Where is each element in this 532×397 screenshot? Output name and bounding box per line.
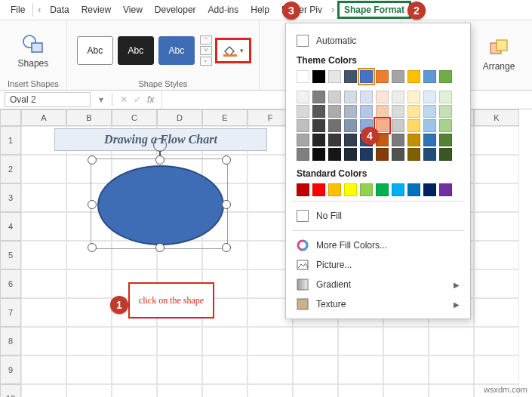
color-swatch[interactable] [297,70,309,83]
cell[interactable] [157,355,202,384]
cell[interactable] [112,384,157,397]
color-swatch[interactable] [312,119,325,132]
arrange-button[interactable]: Arrange [477,38,521,72]
cell[interactable] [474,183,519,212]
oval-shape[interactable] [97,165,224,245]
texture-fill-option[interactable]: Texture ▶ [297,294,460,314]
row-header[interactable]: 2 [0,155,21,183]
color-swatch[interactable] [439,91,452,103]
row-header[interactable]: 5 [0,241,21,269]
color-swatch[interactable] [423,91,436,103]
tab-developer[interactable]: Developer [149,2,202,18]
tab-help[interactable]: Help [244,2,275,18]
cell[interactable] [21,212,66,241]
color-swatch[interactable] [423,148,436,161]
cell[interactable] [429,384,474,397]
color-swatch[interactable] [360,91,373,103]
color-swatch[interactable] [392,105,404,118]
cell[interactable] [293,327,338,355]
color-swatch[interactable] [328,148,341,161]
color-swatch[interactable] [312,148,325,161]
color-swatch[interactable] [376,183,389,196]
gradient-fill-option[interactable]: Gradient ▶ [297,275,460,294]
color-swatch[interactable] [376,105,389,118]
cell[interactable] [112,355,157,384]
color-swatch[interactable] [312,105,325,118]
color-swatch[interactable] [392,183,404,196]
color-swatch[interactable] [392,134,404,146]
style-preset-1[interactable]: Abc [77,36,113,65]
color-swatch[interactable] [344,105,357,118]
color-swatch[interactable] [392,70,404,83]
cell[interactable] [474,298,519,327]
column-header[interactable]: A [21,109,66,126]
cell[interactable] [202,327,248,355]
cell[interactable] [21,269,66,298]
cell[interactable] [293,384,338,397]
color-swatch[interactable] [328,105,341,118]
style-preset-3[interactable]: Abc [158,36,195,65]
color-swatch[interactable] [407,148,420,161]
cell[interactable] [21,327,66,355]
resize-handle[interactable] [155,155,165,165]
cell[interactable] [157,384,202,397]
color-swatch[interactable] [344,183,357,196]
resize-handle[interactable] [88,243,97,252]
row-header[interactable]: 9 [0,355,21,384]
tab-scroll-left-icon[interactable]: ‹ [35,5,44,15]
fill-automatic[interactable]: Automatic [297,31,460,51]
color-swatch[interactable] [312,70,325,83]
color-swatch[interactable] [423,119,436,132]
cell[interactable] [66,355,112,384]
cell[interactable] [429,327,474,355]
cell[interactable] [21,298,66,327]
tab-data[interactable]: Data [44,2,75,18]
color-swatch[interactable] [344,119,357,132]
cell[interactable] [383,327,429,355]
column-header[interactable]: E [202,109,248,126]
color-swatch[interactable] [328,91,341,103]
cell[interactable] [474,241,519,269]
cell[interactable] [157,327,202,355]
row-header[interactable]: 1 [0,126,21,155]
tab-view[interactable]: View [117,2,149,18]
color-swatch[interactable] [392,91,404,103]
picture-fill-option[interactable]: Picture... [297,255,460,275]
cell[interactable] [338,327,383,355]
cell[interactable] [248,327,293,355]
resize-handle[interactable] [155,243,165,252]
more-fill-colors-option[interactable]: More Fill Colors... [297,235,460,255]
cell[interactable] [202,384,248,397]
tab-review[interactable]: Review [75,2,117,18]
color-swatch[interactable] [297,148,309,161]
color-swatch[interactable] [407,119,420,132]
cell[interactable] [66,327,112,355]
color-swatch[interactable] [439,183,452,196]
color-swatch[interactable] [344,134,357,146]
color-swatch[interactable] [407,70,420,83]
tab-file[interactable]: File [5,2,31,18]
color-swatch[interactable] [439,148,452,161]
row-header[interactable]: 3 [0,183,21,212]
column-header[interactable]: C [112,109,157,126]
tab-shape-format[interactable]: Shape Format [337,1,411,19]
color-swatch[interactable] [407,91,420,103]
no-fill-option[interactable]: No Fill [297,206,460,226]
cell[interactable] [338,384,383,397]
cancel-icon[interactable]: ✕ [117,94,131,105]
style-preset-2[interactable]: Abc [118,36,154,65]
enter-icon[interactable]: ✓ [131,94,144,105]
resize-handle[interactable] [222,155,231,165]
cell[interactable] [66,298,112,327]
cell[interactable] [429,355,474,384]
cell[interactable] [474,327,519,355]
cell[interactable] [21,155,66,183]
color-swatch[interactable] [297,91,309,103]
cell[interactable] [21,384,66,397]
cell[interactable] [248,384,293,397]
cell[interactable] [474,355,519,384]
color-swatch[interactable] [423,105,436,118]
color-swatch[interactable] [376,119,389,132]
cell[interactable] [474,269,519,298]
style-gallery-scroll[interactable]: ^v⌄ [200,35,212,66]
